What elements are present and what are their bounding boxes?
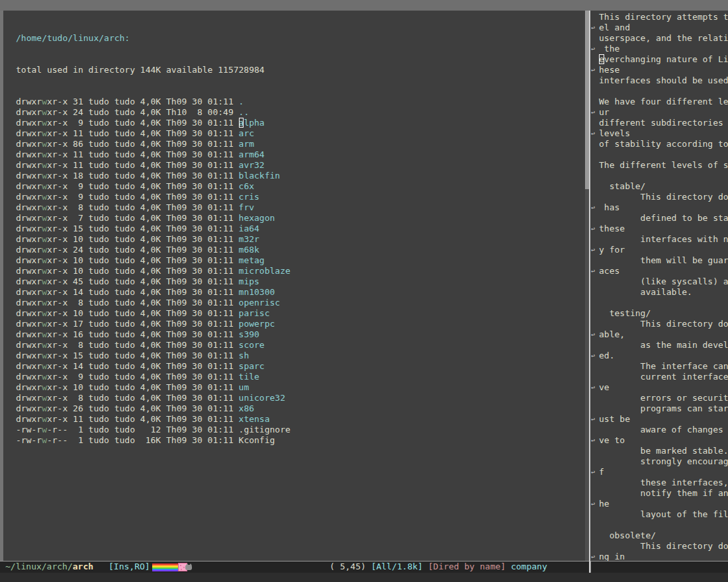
dired-row: drwxrwxr-x 24 tudo tudo 4,0K Th09 30 01:… (16, 245, 585, 255)
readme-line: as the main development of this interfac… (590, 340, 728, 351)
readme-line: aware of changes that can occur before t… (590, 425, 728, 435)
readme-line: obsolete/ (590, 530, 728, 541)
modeline-dired-path-group[interactable]: ~/linux/arch/arch (5, 561, 93, 572)
dired-directory-link[interactable]: arm64 (239, 149, 265, 159)
minibuffer[interactable]: Eval: START DEMO (0, 573, 728, 582)
modeline-cursor-position[interactable]: ( 5,45) (330, 561, 366, 571)
dired-directory-link[interactable]: um (239, 382, 250, 392)
readme-line: notify them if any changes occur (see th… (590, 488, 728, 499)
line-wrap-icon: ↩ (591, 436, 595, 444)
dired-directory-link[interactable]: alpha (239, 118, 265, 128)
line-wrap-icon: ↩ (591, 204, 595, 212)
dired-row: drwxrwxr-x 11 tudo tudo 4,0K Th09 30 01:… (16, 414, 585, 425)
nyan-cat-head-icon (185, 565, 192, 570)
readme-line: layout of the files below for details on… (590, 509, 728, 520)
dired-directory-link[interactable]: x86 (239, 403, 254, 413)
dired-row: drwxrwxr-x 8 tudo tudo 4,0K Th09 30 01:1… (16, 202, 585, 213)
dired-directory-link[interactable]: powerpc (239, 319, 275, 329)
dired-directory-header: /home/tudo/linux/arch: (16, 33, 585, 44)
dired-row: drwxrwxr-x 14 tudo tudo 4,0K Th09 30 01:… (16, 361, 585, 372)
modeline-dired[interactable]: ~/linux/arch/arch [Ins,RO] ( 5,45) [All/… (0, 561, 589, 573)
modeline-dired-buffer-name[interactable]: arch (73, 561, 93, 571)
modeline-dired-path[interactable]: ~/linux/arch/ (5, 561, 73, 571)
dired-directory-link[interactable]: s390 (239, 329, 259, 339)
modeline-minor-mode[interactable]: company (511, 561, 547, 571)
dired-row: drwxrwxr-x 86 tudo tudo 4,0K Th09 30 01:… (16, 139, 585, 149)
readme-line: errors or security problems are found in… (590, 393, 728, 403)
dired-directory-link[interactable]: cris (239, 192, 259, 202)
dired-directory-link[interactable]: . (239, 97, 244, 106)
dired-row: drwxrwxr-x 15 tudo tudo 4,0K Th09 30 01:… (16, 351, 585, 361)
modeline-readme[interactable]: ~/test_dir/README [Ins] (590, 561, 728, 573)
readme-line: ↩he (590, 499, 728, 509)
dired-directory-link[interactable]: arm (239, 139, 254, 149)
nyan-cat-progress[interactable] (152, 562, 193, 572)
readme-line: ↩y for (590, 245, 728, 255)
dired-directory-link[interactable]: mips (239, 276, 259, 286)
left-scrollbar[interactable] (0, 11, 3, 561)
line-wrap-icon: ↩ (591, 415, 595, 423)
readme-line (590, 149, 728, 160)
dired-directory-link[interactable]: mn10300 (239, 287, 275, 297)
dired-directory-link[interactable]: arc (239, 128, 254, 138)
line-wrap-icon: ↩ (591, 225, 595, 233)
dired-row: drwxrwxr-x 10 tudo tudo 4,0K Th09 30 01:… (16, 308, 585, 319)
dired-directory-link[interactable]: .. (239, 107, 250, 117)
line-wrap-icon: ↩ (591, 384, 595, 392)
readme-line: everchanging nature of Linux, and the di… (590, 54, 728, 65)
dired-total-line: total used in directory 144K available 1… (16, 65, 585, 75)
dired-directory-link[interactable]: tile (239, 372, 259, 382)
line-wrap-icon: ↩ (591, 331, 595, 339)
line-wrap-icon: ↩ (591, 553, 595, 561)
dired-directory-link[interactable]: metag (239, 255, 265, 265)
modeline-buffer-size[interactable]: [All/1.8k] (371, 561, 423, 571)
readme-line: be marked stable. Programs that use thes… (590, 446, 728, 456)
readme-line: ↩ve to (590, 435, 728, 446)
dired-row: drwxrwxr-x 9 tudo tudo 4,0K Th09 30 01:1… (16, 192, 585, 202)
dired-row: drwxrwxr-x 9 tudo tudo 4,0K Th09 30 01:1… (16, 181, 585, 192)
readme-line: This directory documents interfaces that… (590, 319, 728, 329)
readme-line (590, 298, 728, 308)
modeline-major-mode[interactable]: [Dired by name] (428, 561, 506, 571)
dired-row: drwxrwxr-x 8 tudo tudo 4,0K Th09 30 01:1… (16, 393, 585, 403)
modeline-dired-state[interactable]: [Ins,RO] (109, 561, 150, 572)
readme-window: This directory attempts to document the … (590, 11, 728, 561)
dired-directory-link[interactable]: ia64 (239, 224, 259, 233)
dired-directory-link[interactable]: sh (239, 351, 250, 360)
dired-row: drwxrwxr-x 9 tudo tudo 4,0K Th09 30 01:1… (16, 118, 585, 128)
dired-directory-link[interactable]: m32r (239, 234, 259, 244)
dired-file-list: drwxrwxr-x 31 tudo tudo 4,0K Th09 30 01:… (16, 97, 585, 446)
dired-directory-link[interactable]: microblaze (239, 266, 291, 276)
dired-directory-link[interactable]: m68k (239, 245, 259, 255)
nyan-rainbow-icon (152, 563, 179, 571)
titlebar: emacs - *Minibuf-1* (0, 0, 728, 11)
dired-row: drwxrwxr-x 26 tudo tudo 4,0K Th09 30 01:… (16, 403, 585, 414)
line-wrap-icon: ↩ (591, 468, 595, 476)
dired-row: drwxrwxr-x 11 tudo tudo 4,0K Th09 30 01:… (16, 128, 585, 139)
dired-directory-link[interactable]: sparc (239, 361, 265, 371)
line-wrap-icon: ↩ (591, 246, 595, 254)
readme-line: ↩ed. (590, 351, 728, 361)
modeline-dired-info[interactable]: ( 5,45) [All/1.8k] [Dired by name] compa… (330, 561, 547, 572)
dired-directory-link[interactable]: xtensa (239, 414, 270, 424)
readme-line: ↩ve (590, 382, 728, 393)
dired-row: drwxrwxr-x 15 tudo tudo 4,0K Th09 30 01:… (16, 224, 585, 234)
readme-line: ↩ust be (590, 414, 728, 425)
dired-row: drwxrwxr-x 10 tudo tudo 4,0K Th09 30 01:… (16, 266, 585, 276)
dired-file-link[interactable]: .gitignore (239, 425, 291, 435)
dired-row: -rw-rw-r-- 1 tudo tudo 12 Th09 30 01:11 … (16, 425, 585, 435)
dired-file-link[interactable]: Kconfig (239, 435, 275, 445)
dired-directory-link[interactable]: c6x (239, 181, 254, 191)
dired-directory-link[interactable]: frv (239, 202, 254, 212)
line-wrap-icon: ↩ (591, 352, 595, 360)
dired-directory-link[interactable]: score (239, 340, 265, 350)
line-wrap-icon: ↩ (591, 108, 595, 116)
dired-directory-link[interactable]: avr32 (239, 160, 265, 170)
dired-row: drwxrwxr-x 24 tudo tudo 4,0K Th10 8 00:4… (16, 107, 585, 118)
dired-directory-link[interactable]: unicore32 (239, 393, 285, 403)
dired-directory-link[interactable]: openrisc (239, 298, 281, 308)
dired-directory-link[interactable]: parisc (239, 308, 270, 318)
dired-directory-link[interactable]: hexagon (239, 213, 275, 223)
dired-directory-link[interactable]: blackfin (239, 171, 281, 181)
readme-line: them will be guaranteed for at least 2 y… (590, 255, 728, 266)
